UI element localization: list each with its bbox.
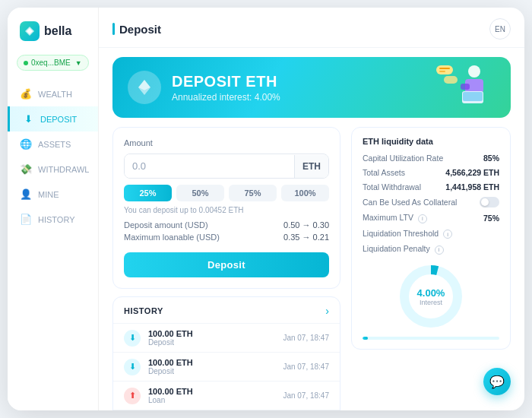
sidebar-item-history[interactable]: 📄 HISTORY [8, 207, 98, 232]
h-date-0: Jan 07, 18:47 [283, 334, 329, 342]
left-col: Amount ETH 25% 50% 75% 100% You can depo… [112, 127, 340, 410]
threshold-info-icon[interactable]: i [443, 230, 452, 239]
sidebar-label-mine: MINE [38, 190, 59, 199]
account-label: 0xeq...BME [31, 59, 71, 67]
svg-rect-10 [444, 76, 458, 84]
donut-label: 4.00% Interest [417, 287, 445, 306]
penalty-info-icon[interactable]: i [435, 245, 444, 255]
collateral-toggle[interactable] [480, 197, 499, 207]
liq-row-6: Liquidation Penalty i [363, 244, 499, 255]
app-shell: bella 0xeq...BME ▼ 💰 WEALTH ⬇ DEPOSIT 🌐 … [8, 8, 524, 410]
history-item-3: ⬆ 100.00 ETH Loan Jan 07, 18:47 [113, 410, 340, 410]
amount-input[interactable] [125, 154, 294, 178]
banner-text: DEPOSIT ETH Annualized interest: 4.00% [172, 73, 280, 103]
page-title-wrap: Deposit [112, 23, 161, 36]
svg-rect-7 [436, 65, 453, 74]
sidebar-nav: 💰 WEALTH ⬇ DEPOSIT 🌐 ASSETS 💸 WITHDRAWL … [8, 81, 98, 232]
liq-label-2: Total Withdrawal [363, 182, 421, 192]
main-content: Deposit EN DEPOSIT ETH Annualized intere… [99, 8, 524, 410]
right-col: ETH liquidity data Capital Utilization R… [351, 127, 511, 410]
liquidity-card: ETH liquidity data Capital Utilization R… [351, 127, 511, 350]
logo-icon [20, 21, 40, 41]
history-item-2: ⬆ 100.00 ETH Loan Jan 07, 18:47 [113, 381, 340, 410]
svg-rect-8 [439, 68, 450, 69]
liq-row-5: Liquidation Threshold i [363, 229, 499, 239]
banner-title: DEPOSIT ETH [172, 73, 280, 90]
logo-area: bella [8, 21, 98, 55]
lang-button[interactable]: EN [489, 18, 511, 40]
main-scroll: DEPOSIT ETH Annualized interest: 4.00% [99, 48, 524, 410]
donut-percent: 4.00% [417, 287, 445, 298]
liq-row-3: Can Be Used As Collateral [363, 197, 499, 207]
h-amount-0: 100.00 ETH [148, 329, 275, 338]
liq-val-1: 4,566,229 ETH [445, 168, 499, 177]
wealth-icon: 💰 [20, 88, 32, 100]
banner-illustration [435, 61, 496, 114]
deposit-amount-label: Deposit amount (USD) [124, 220, 208, 230]
ltv-info-icon[interactable]: i [418, 214, 427, 223]
sidebar-item-deposit[interactable]: ⬇ DEPOSIT [8, 106, 98, 131]
max-loanable-label: Maximum loanable (USD) [124, 233, 220, 242]
pct-75-button[interactable]: 75% [229, 185, 277, 201]
liq-row-0: Capital Utilization Rate 85% [363, 154, 499, 163]
banner-subtitle: Annualized interest: 4.00% [172, 92, 280, 103]
liq-label-4: Maximum LTV i [363, 213, 427, 223]
sidebar-label-deposit: DEPOSIT [40, 115, 77, 124]
account-badge[interactable]: 0xeq...BME ▼ [17, 55, 89, 71]
history-card: HISTORY › ⬇ 100.00 ETH Deposit Jan 07, 1… [112, 296, 340, 410]
sidebar-label-wealth: WEALTH [38, 90, 72, 99]
status-dot [24, 61, 28, 65]
chat-fab-button[interactable]: 💬 [483, 368, 511, 395]
svg-rect-9 [439, 71, 445, 72]
history-arrow[interactable]: › [325, 305, 329, 317]
pct-50-button[interactable]: 50% [176, 185, 224, 201]
deposit-banner: DEPOSIT ETH Annualized interest: 4.00% [112, 57, 511, 118]
deposit-icon: ⬇ [22, 113, 34, 125]
progress-bar-wrap [363, 337, 499, 340]
liq-val-2: 1,441,958 ETH [445, 182, 499, 192]
deposit-icon-1: ⬇ [124, 359, 141, 375]
history-header: HISTORY › [113, 297, 340, 323]
pct-25-button[interactable]: 25% [124, 185, 172, 201]
percent-row: 25% 50% 75% 100% [124, 185, 329, 201]
h-type-1: Deposit [148, 367, 275, 375]
app-name: bella [44, 24, 71, 38]
sidebar-label-assets: ASSETS [38, 140, 71, 149]
h-date-2: Jan 07, 18:47 [283, 391, 329, 400]
title-bar-accent [112, 23, 115, 35]
h-main-2: 100.00 ETH Loan [148, 387, 275, 404]
progress-bar-fill [363, 337, 368, 340]
deposit-amount-val: 0.50 → 0.30 [283, 220, 329, 230]
donut-sublabel: Interest [417, 298, 445, 306]
withdrawl-icon: 💸 [20, 163, 32, 175]
sidebar-item-withdrawl[interactable]: 💸 WITHDRAWL [8, 157, 98, 182]
pct-100-button[interactable]: 100% [281, 185, 329, 201]
sidebar-item-assets[interactable]: 🌐 ASSETS [8, 131, 98, 157]
liq-label-6: Liquidation Penalty i [363, 244, 444, 255]
sidebar-item-mine[interactable]: 👤 MINE [8, 182, 98, 207]
liq-row-4: Maximum LTV i 75% [363, 213, 499, 223]
sidebar-item-wealth[interactable]: 💰 WEALTH [8, 81, 98, 106]
liq-label-3: Can Be Used As Collateral [363, 198, 457, 207]
deposit-button[interactable]: Deposit [124, 252, 329, 277]
deposit-icon-0: ⬇ [124, 330, 141, 347]
liq-label-5: Liquidation Threshold i [363, 229, 452, 239]
liq-val-4: 75% [483, 214, 499, 223]
liq-val-0: 85% [483, 154, 499, 163]
loan-icon-2: ⬆ [124, 388, 141, 404]
max-loanable-val: 0.35 → 0.21 [283, 233, 329, 242]
eth-icon [128, 71, 161, 104]
liquidity-title: ETH liquidity data [363, 137, 499, 146]
svg-rect-4 [461, 84, 470, 90]
liq-row-2: Total Withdrawal 1,441,958 ETH [363, 182, 499, 192]
amount-label: Amount [124, 138, 329, 147]
history-item-1: ⬇ 100.00 ETH Deposit Jan 07, 18:47 [113, 352, 340, 381]
max-loanable-row: Maximum loanable (USD) 0.35 → 0.21 [124, 233, 329, 242]
chat-icon: 💬 [489, 375, 505, 389]
deposit-amount-row: Deposit amount (USD) 0.50 → 0.30 [124, 220, 329, 230]
sidebar: bella 0xeq...BME ▼ 💰 WEALTH ⬇ DEPOSIT 🌐 … [8, 8, 99, 410]
page-title: Deposit [119, 23, 161, 36]
liq-row-1: Total Assets 4,566,229 ETH [363, 168, 499, 177]
mine-icon: 👤 [20, 188, 32, 200]
two-col-layout: Amount ETH 25% 50% 75% 100% You can depo… [112, 127, 511, 410]
